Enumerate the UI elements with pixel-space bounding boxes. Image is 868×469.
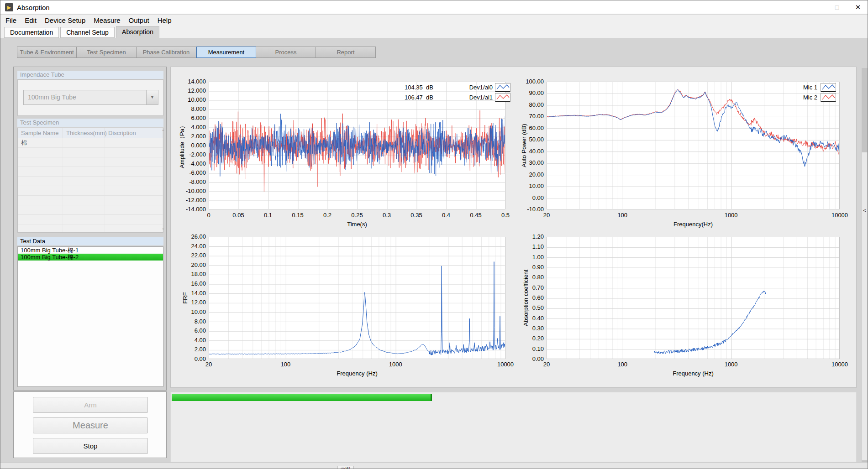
- cell-empty: [18, 148, 63, 157]
- progress-bar: [172, 394, 857, 401]
- table-row-empty[interactable]: [18, 196, 163, 205]
- footer-strip: [0, 462, 868, 469]
- main-tab-strip: DocumentationChannel SetupAbsorption: [0, 26, 868, 38]
- maximize-button[interactable]: □: [826, 0, 847, 14]
- list-item[interactable]: 100mm Big Tube-棉-1: [18, 247, 163, 254]
- cell-empty: [18, 205, 63, 214]
- table-row-empty[interactable]: [18, 167, 163, 177]
- menu-item-help[interactable]: Help: [153, 15, 176, 26]
- cell-empty: [105, 215, 163, 224]
- cell-empty: [18, 215, 63, 224]
- progress-bar-fill: [172, 394, 432, 401]
- chevron-down-icon[interactable]: ▼: [146, 90, 158, 104]
- subtab-report[interactable]: Report: [316, 47, 376, 58]
- measure-button[interactable]: Measure: [33, 417, 148, 433]
- cell-empty: [18, 167, 63, 176]
- close-button[interactable]: ✕: [847, 0, 868, 14]
- cell-empty: [63, 224, 105, 233]
- cell-empty: [63, 177, 105, 186]
- cell-empty: [63, 186, 105, 195]
- cell-empty: [18, 196, 63, 205]
- list-item[interactable]: 100mm Big Tube-棉-2: [18, 254, 163, 261]
- sidebar-panel: Impendace Tube 100mm Big Tube ▼ Test Spe…: [13, 67, 167, 391]
- tab-absorption[interactable]: Absorption: [116, 26, 159, 38]
- cell-discription: [105, 138, 163, 147]
- window-title: Absorption: [17, 4, 50, 11]
- cell-empty: [63, 205, 105, 214]
- impedance-tube-dropdown[interactable]: 100mm Big Tube ▼: [23, 90, 158, 105]
- menu-item-device-setup[interactable]: Device Setup: [41, 15, 89, 26]
- cell-sample-name: 棉: [18, 138, 63, 147]
- cell-empty: [105, 196, 163, 205]
- command-buttons-panel: Arm Measure Stop: [13, 391, 167, 458]
- test-specimen-header: Test Specimen: [17, 119, 163, 127]
- test-specimen-table[interactable]: Sample NameThickness(mm)Discription棉: [17, 128, 163, 233]
- impedance-tube-header: Impendace Tube: [17, 71, 163, 79]
- app-icon: ▶: [5, 3, 13, 11]
- cell-empty: [105, 167, 163, 176]
- cell-empty: [105, 177, 163, 186]
- table-row-empty[interactable]: [18, 157, 163, 167]
- table-header-row: Sample NameThickness(mm)Discription: [18, 128, 163, 138]
- test-data-list[interactable]: 100mm Big Tube-棉-1100mm Big Tube-棉-2: [17, 246, 163, 387]
- test-data-header: Test Data: [17, 237, 163, 245]
- cell-thickness: [63, 138, 105, 147]
- chevron-left-icon[interactable]: <: [862, 207, 868, 214]
- charts-panel: [170, 67, 857, 388]
- table-row-empty[interactable]: [18, 215, 163, 224]
- subtab-phase-calibration[interactable]: Phase Calibration: [137, 47, 196, 58]
- cell-empty: [18, 177, 63, 186]
- cell-empty: [105, 186, 163, 195]
- menubar: FileEditDevice SetupMeasureOutputHelp: [0, 15, 868, 26]
- subtab-measurement[interactable]: Measurement: [196, 47, 256, 58]
- cell-empty: [63, 167, 105, 176]
- menu-item-output[interactable]: Output: [125, 15, 153, 26]
- application-window: ▶ Absorption — □ ✕ FileEditDevice SetupM…: [0, 0, 868, 469]
- subtab-test-specimen[interactable]: Test Specimen: [77, 47, 137, 58]
- sub-tab-strip: Tube & EnvironmentTest SpecimenPhase Cal…: [17, 47, 376, 58]
- arm-button[interactable]: Arm: [33, 397, 148, 413]
- cell-empty: [18, 224, 63, 233]
- stop-button[interactable]: Stop: [33, 438, 148, 454]
- cell-empty: [18, 186, 63, 195]
- cell-empty: [63, 215, 105, 224]
- table-row-empty[interactable]: [18, 148, 163, 157]
- lower-panel: [170, 392, 857, 462]
- menu-item-file[interactable]: File: [1, 15, 21, 26]
- cell-empty: [63, 148, 105, 157]
- cell-empty: [63, 196, 105, 205]
- cell-empty: [105, 157, 163, 167]
- menu-item-edit[interactable]: Edit: [21, 15, 41, 26]
- table-row-empty[interactable]: [18, 177, 163, 186]
- table-row-empty[interactable]: [18, 224, 163, 233]
- subtab-process[interactable]: Process: [256, 47, 316, 58]
- cell-empty: [18, 157, 63, 167]
- cell-empty: [105, 205, 163, 214]
- scroll-down-icon[interactable]: ⌄: [161, 226, 165, 230]
- cell-empty: [63, 157, 105, 167]
- minimize-button[interactable]: —: [805, 0, 826, 14]
- cell-empty: [105, 224, 163, 233]
- paint-button-partial[interactable]: 画图: [337, 466, 353, 469]
- window-titlebar: ▶ Absorption — □ ✕: [0, 0, 868, 14]
- impedance-tube-group: 100mm Big Tube ▼: [17, 79, 163, 116]
- menu-item-measure[interactable]: Measure: [89, 15, 124, 26]
- tab-documentation[interactable]: Documentation: [4, 27, 59, 38]
- table-row[interactable]: 棉: [18, 138, 163, 148]
- subtab-tube-environment[interactable]: Tube & Environment: [17, 47, 77, 58]
- table-row-empty[interactable]: [18, 186, 163, 196]
- column-header-thickness-mm: Thickness(mm): [63, 128, 105, 138]
- scroll-up-icon[interactable]: ⌃: [161, 129, 165, 134]
- column-header-discription: Discription: [105, 128, 163, 138]
- tab-channel-setup[interactable]: Channel Setup: [60, 27, 115, 38]
- table-row-empty[interactable]: [18, 205, 163, 215]
- cell-empty: [105, 148, 163, 157]
- right-splitter[interactable]: [862, 152, 868, 460]
- column-header-sample-name: Sample Name: [18, 128, 63, 138]
- impedance-tube-dropdown-value: 100mm Big Tube: [28, 90, 76, 104]
